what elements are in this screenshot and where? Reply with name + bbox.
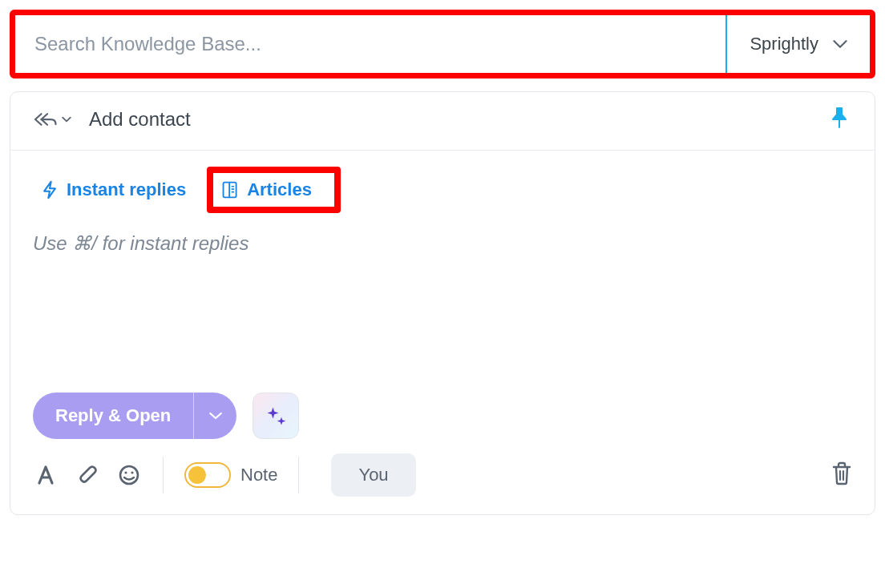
paperclip-icon xyxy=(76,464,99,486)
card-header: Add contact xyxy=(10,92,875,151)
emoji-button[interactable] xyxy=(116,462,142,488)
editor-toolbar: Note You xyxy=(10,439,875,514)
reply-open-dropdown[interactable] xyxy=(193,393,236,439)
reply-tabs: Instant replies Articles xyxy=(10,151,875,216)
reply-all-icon xyxy=(33,111,57,127)
svg-point-4 xyxy=(124,471,127,473)
ai-assist-button[interactable] xyxy=(253,393,299,439)
svg-point-5 xyxy=(131,471,133,473)
note-toggle[interactable]: Note xyxy=(184,462,277,488)
tab-instant-replies-label: Instant replies xyxy=(67,179,186,200)
discard-button[interactable] xyxy=(831,461,852,489)
kb-search-bar: Sprightly xyxy=(10,10,875,79)
divider xyxy=(298,457,299,493)
trash-icon xyxy=(831,461,852,485)
chevron-down-icon xyxy=(833,39,847,49)
reply-open-split-button: Reply & Open xyxy=(33,393,236,439)
divider xyxy=(163,457,164,493)
pin-icon xyxy=(830,107,849,129)
lightning-icon xyxy=(41,180,59,199)
toggle-track xyxy=(184,462,231,488)
kb-selector-label: Sprightly xyxy=(750,34,818,54)
reply-open-button[interactable]: Reply & Open xyxy=(33,393,193,439)
svg-point-3 xyxy=(120,466,138,484)
chevron-down-icon xyxy=(208,411,223,421)
reply-editor[interactable]: Use ⌘/ for instant replies xyxy=(10,216,875,385)
smile-icon xyxy=(118,464,140,486)
pin-button[interactable] xyxy=(830,107,849,132)
reply-card: Add contact Instant replies xyxy=(10,91,875,515)
note-toggle-label: Note xyxy=(240,465,277,485)
add-contact-button[interactable]: Add contact xyxy=(89,108,191,131)
attach-button[interactable] xyxy=(75,462,100,488)
tab-instant-replies[interactable]: Instant replies xyxy=(33,173,194,207)
primary-actions: Reply & Open xyxy=(10,385,875,439)
text-format-icon xyxy=(34,464,57,486)
book-icon xyxy=(221,180,239,199)
format-text-button[interactable] xyxy=(33,462,59,488)
editor-placeholder: Use ⌘/ for instant replies xyxy=(33,232,249,254)
sparkles-icon xyxy=(265,405,287,427)
tab-articles-label: Articles xyxy=(247,179,312,200)
kb-selector-dropdown[interactable]: Sprightly xyxy=(727,15,870,73)
assignee-chip[interactable]: You xyxy=(331,453,415,497)
toggle-knob xyxy=(188,466,206,484)
tab-articles-highlighted: Articles xyxy=(207,167,341,213)
reply-mode-dropdown[interactable] xyxy=(33,111,71,127)
tab-articles[interactable]: Articles xyxy=(221,179,312,200)
kb-search-input[interactable] xyxy=(15,15,727,73)
chevron-down-icon xyxy=(62,116,71,123)
